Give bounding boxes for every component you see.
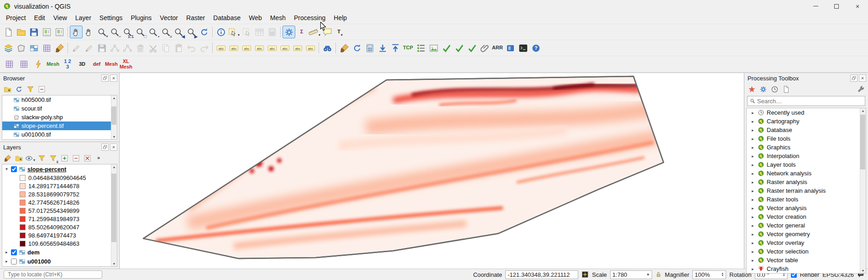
browser-item[interactable]: u001000.tif (2, 130, 117, 139)
crayfish-xl-mesh-button[interactable]: XL Mesh (119, 57, 133, 72)
save-layer-edits-button[interactable] (95, 42, 108, 54)
legend-list-button[interactable] (414, 42, 427, 54)
layer-item[interactable]: ▾slope-percent (2, 164, 117, 174)
expand-all-button[interactable] (59, 153, 70, 164)
browser-item[interactable]: h005000.tif (2, 95, 117, 104)
paste-features-button[interactable] (172, 42, 185, 54)
deselect-features-button[interactable] (240, 26, 253, 38)
new-text-annotation-button[interactable]: T▾ (334, 26, 346, 38)
copy-features-button[interactable] (159, 42, 172, 54)
validate-data-button[interactable] (465, 42, 478, 54)
save-project-button[interactable] (27, 26, 40, 38)
expand-arrow-icon[interactable]: ▸ (750, 145, 755, 150)
processing-group[interactable]: ▸Raster terrain analysis (747, 186, 866, 195)
layer-item[interactable]: ▸u001000 (2, 257, 117, 266)
layout-panel-button[interactable] (504, 42, 517, 54)
remove-layer-button[interactable] (82, 153, 93, 164)
menu-project[interactable]: Project (2, 12, 30, 24)
processing-toolbox-toggle-button[interactable] (282, 26, 295, 38)
pin-unpin-labels-button[interactable] (253, 42, 266, 54)
processing-group[interactable]: ▸Network analysis (747, 169, 866, 178)
refresh-browser-button[interactable] (13, 84, 24, 95)
crayfish-3d-button[interactable]: 3D (75, 57, 89, 72)
map-tips-button[interactable] (321, 26, 334, 38)
menu-help[interactable]: Help (329, 12, 351, 24)
processing-group[interactable]: ▸Recently used (747, 108, 866, 117)
crayfish-mesh-arrows-button[interactable]: Mesh (46, 57, 60, 72)
expand-arrow-icon[interactable]: ▸ (750, 111, 755, 115)
expand-arrow-icon[interactable]: ▸ (750, 119, 755, 124)
processing-group[interactable]: ▸Raster tools (747, 195, 866, 204)
redo-button[interactable] (198, 42, 210, 54)
mesh-digitizing-button[interactable] (2, 57, 16, 72)
cut-features-button[interactable] (146, 42, 159, 54)
mesh-dataset-button[interactable] (31, 57, 46, 72)
processing-models-button[interactable] (746, 84, 757, 95)
scroll-up-icon[interactable]: ▲ (113, 165, 116, 169)
reload-layer-button[interactable] (350, 42, 363, 54)
menu-edit[interactable]: Edit (30, 12, 49, 24)
delete-selected-button[interactable] (134, 42, 146, 54)
processing-search-input[interactable] (757, 98, 863, 105)
rotate-label-button[interactable] (291, 42, 304, 54)
layer-item[interactable]: ▸dem (2, 248, 117, 257)
expand-arrow-icon[interactable]: ▾ (4, 167, 9, 171)
processing-group[interactable]: ▸Vector overlay (747, 238, 866, 247)
raster-calculator-button[interactable] (363, 42, 376, 54)
open-layer-styling-panel-button[interactable] (2, 153, 13, 164)
layers-toolbar-overflow-button[interactable]: » (93, 153, 104, 164)
check-geometries-button[interactable] (440, 42, 453, 54)
layers-float-button[interactable] (101, 143, 109, 151)
crayfish-mesh-red-button[interactable]: Mesh (104, 57, 119, 72)
processing-float-button[interactable] (850, 74, 858, 82)
collapse-browser-button[interactable] (36, 84, 47, 95)
extents-toggle-icon[interactable] (581, 271, 589, 278)
processing-group[interactable]: ▸Vector analysis (747, 204, 866, 212)
export-layer-button[interactable] (389, 42, 402, 54)
menu-layer[interactable]: Layer (71, 12, 95, 24)
processing-results-button[interactable] (780, 84, 791, 95)
toggle-editing-button[interactable] (83, 42, 95, 54)
undo-button[interactable] (185, 42, 198, 54)
processing-options-button[interactable] (855, 84, 866, 95)
expand-arrow-icon[interactable]: ▸ (750, 137, 755, 141)
check-topology-button[interactable] (453, 42, 465, 54)
expand-arrow-icon[interactable]: ▸ (750, 154, 755, 158)
expand-arrow-icon[interactable]: ▸ (750, 197, 755, 202)
dropdown-caret-icon[interactable]: ▾ (33, 158, 35, 164)
crayfish-123-button[interactable]: 1 2 3 (60, 57, 75, 72)
menu-mesh[interactable]: Mesh (266, 12, 290, 24)
find-place-button[interactable] (321, 42, 334, 54)
map-canvas[interactable] (120, 73, 744, 269)
zoom-full-button[interactable]: □ (134, 26, 146, 38)
collapse-all-button[interactable] (70, 153, 81, 164)
expand-arrow-icon[interactable]: ▸ (750, 267, 755, 271)
processing-scripts-button[interactable] (758, 84, 769, 95)
menu-settings[interactable]: Settings (95, 12, 127, 24)
zoom-to-layer-button[interactable]: ≡ (159, 26, 172, 38)
new-mesh-layer-button[interactable] (40, 42, 53, 54)
open-attribute-table-button[interactable] (253, 26, 266, 38)
menu-view[interactable]: View (49, 12, 71, 24)
show-hide-labels-button[interactable] (266, 42, 278, 54)
filter-browser-button[interactable] (25, 84, 36, 95)
zoom-native-button[interactable]: 1:1 (121, 26, 134, 38)
export-map-image-button[interactable] (427, 42, 440, 54)
processing-group[interactable]: ▸Cartography (747, 117, 866, 126)
menu-vector[interactable]: Vector (156, 12, 182, 24)
import-layer-button[interactable] (376, 42, 389, 54)
processing-group[interactable]: ▸Vector creation (747, 212, 866, 221)
move-label-button[interactable] (278, 42, 291, 54)
browser-scroll-thumb[interactable] (111, 106, 116, 125)
zoom-to-selection-button[interactable]: ▪ (146, 26, 159, 38)
browser-float-button[interactable] (101, 74, 109, 82)
processing-group[interactable]: ▸Vector selection (747, 247, 866, 256)
browser-item[interactable]: scour.tif (2, 104, 117, 113)
measure-button[interactable]: ▾ (308, 26, 321, 38)
lock-scale-icon[interactable] (655, 271, 662, 278)
menu-raster[interactable]: Raster (182, 12, 209, 24)
layer-visibility-checkbox[interactable] (11, 166, 17, 172)
locate-input[interactable] (4, 270, 102, 279)
layer-labeling-button[interactable] (214, 42, 227, 54)
add-group-button[interactable] (13, 153, 24, 164)
